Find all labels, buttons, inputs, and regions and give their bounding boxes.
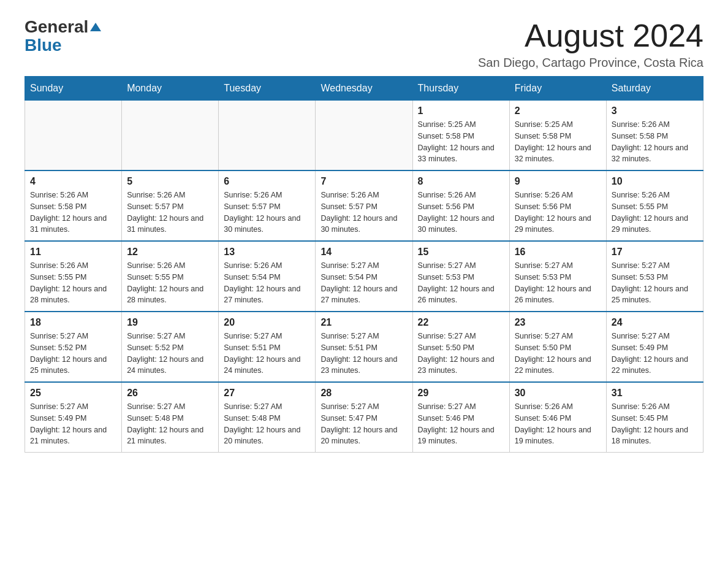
- calendar-week-row: 4Sunrise: 5:26 AMSunset: 5:58 PMDaylight…: [25, 170, 703, 241]
- calendar-week-row: 1Sunrise: 5:25 AMSunset: 5:58 PMDaylight…: [25, 101, 703, 171]
- title-section: August 2024 San Diego, Cartago Province,…: [478, 18, 703, 70]
- day-info: Sunrise: 5:27 AMSunset: 5:50 PMDaylight:…: [515, 331, 601, 377]
- day-info: Sunrise: 5:27 AMSunset: 5:47 PMDaylight:…: [320, 401, 407, 447]
- page-header: General Blue August 2024 San Diego, Cart…: [25, 18, 703, 70]
- day-number: 17: [612, 247, 698, 258]
- calendar-table: SundayMondayTuesdayWednesdayThursdayFrid…: [25, 76, 703, 453]
- day-info: Sunrise: 5:26 AMSunset: 5:46 PMDaylight:…: [515, 401, 601, 447]
- calendar-cell: 11Sunrise: 5:26 AMSunset: 5:55 PMDayligh…: [25, 241, 122, 312]
- calendar-cell: 26Sunrise: 5:27 AMSunset: 5:48 PMDayligh…: [122, 382, 219, 453]
- calendar-cell: 28Sunrise: 5:27 AMSunset: 5:47 PMDayligh…: [316, 382, 412, 453]
- day-number: 5: [127, 176, 213, 187]
- column-header-monday: Monday: [122, 77, 219, 101]
- day-info: Sunrise: 5:27 AMSunset: 5:53 PMDaylight:…: [515, 260, 601, 306]
- calendar-cell: 10Sunrise: 5:26 AMSunset: 5:55 PMDayligh…: [606, 170, 703, 241]
- calendar-cell: 12Sunrise: 5:26 AMSunset: 5:55 PMDayligh…: [122, 241, 219, 312]
- day-number: 21: [320, 317, 407, 328]
- day-number: 31: [612, 388, 698, 399]
- day-info: Sunrise: 5:26 AMSunset: 5:55 PMDaylight:…: [612, 190, 698, 236]
- day-info: Sunrise: 5:26 AMSunset: 5:45 PMDaylight:…: [612, 401, 698, 447]
- day-info: Sunrise: 5:27 AMSunset: 5:46 PMDaylight:…: [418, 401, 504, 447]
- calendar-cell: 19Sunrise: 5:27 AMSunset: 5:52 PMDayligh…: [122, 312, 219, 382]
- day-info: Sunrise: 5:26 AMSunset: 5:57 PMDaylight:…: [127, 190, 213, 236]
- calendar-cell: 27Sunrise: 5:27 AMSunset: 5:48 PMDayligh…: [219, 382, 316, 453]
- day-info: Sunrise: 5:27 AMSunset: 5:50 PMDaylight:…: [418, 331, 504, 377]
- day-number: 16: [515, 247, 601, 258]
- day-number: 11: [30, 247, 116, 258]
- calendar-cell: 20Sunrise: 5:27 AMSunset: 5:51 PMDayligh…: [219, 312, 316, 382]
- day-number: 3: [612, 105, 698, 117]
- day-info: Sunrise: 5:27 AMSunset: 5:49 PMDaylight:…: [30, 401, 116, 447]
- calendar-cell: 14Sunrise: 5:27 AMSunset: 5:54 PMDayligh…: [316, 241, 412, 312]
- calendar-cell: 7Sunrise: 5:26 AMSunset: 5:57 PMDaylight…: [316, 170, 412, 241]
- calendar-cell: 29Sunrise: 5:27 AMSunset: 5:46 PMDayligh…: [412, 382, 509, 453]
- calendar-cell: 9Sunrise: 5:26 AMSunset: 5:56 PMDaylight…: [509, 170, 606, 241]
- logo-blue: Blue: [25, 36, 62, 55]
- calendar-cell: 24Sunrise: 5:27 AMSunset: 5:49 PMDayligh…: [606, 312, 703, 382]
- calendar-cell: 5Sunrise: 5:26 AMSunset: 5:57 PMDaylight…: [122, 170, 219, 241]
- calendar-cell: 6Sunrise: 5:26 AMSunset: 5:57 PMDaylight…: [219, 170, 316, 241]
- calendar-cell: 18Sunrise: 5:27 AMSunset: 5:52 PMDayligh…: [25, 312, 122, 382]
- calendar-cell: 31Sunrise: 5:26 AMSunset: 5:45 PMDayligh…: [606, 382, 703, 453]
- calendar-cell: 15Sunrise: 5:27 AMSunset: 5:53 PMDayligh…: [412, 241, 509, 312]
- day-info: Sunrise: 5:27 AMSunset: 5:52 PMDaylight:…: [127, 331, 213, 377]
- day-number: 6: [224, 176, 310, 187]
- day-number: 14: [320, 247, 407, 258]
- day-number: 30: [515, 388, 601, 399]
- day-info: Sunrise: 5:26 AMSunset: 5:55 PMDaylight:…: [127, 260, 213, 306]
- calendar-week-row: 11Sunrise: 5:26 AMSunset: 5:55 PMDayligh…: [25, 241, 703, 312]
- day-info: Sunrise: 5:27 AMSunset: 5:54 PMDaylight:…: [320, 260, 407, 306]
- column-header-wednesday: Wednesday: [316, 77, 412, 101]
- day-info: Sunrise: 5:27 AMSunset: 5:53 PMDaylight:…: [612, 260, 698, 306]
- day-info: Sunrise: 5:25 AMSunset: 5:58 PMDaylight:…: [418, 119, 504, 165]
- day-info: Sunrise: 5:27 AMSunset: 5:52 PMDaylight:…: [30, 331, 116, 377]
- day-number: 28: [320, 388, 407, 399]
- day-info: Sunrise: 5:26 AMSunset: 5:56 PMDaylight:…: [418, 190, 504, 236]
- day-info: Sunrise: 5:26 AMSunset: 5:55 PMDaylight:…: [30, 260, 116, 306]
- day-number: 24: [612, 317, 698, 328]
- calendar-cell: 13Sunrise: 5:26 AMSunset: 5:54 PMDayligh…: [219, 241, 316, 312]
- calendar-cell: [316, 101, 412, 171]
- calendar-cell: 2Sunrise: 5:25 AMSunset: 5:58 PMDaylight…: [509, 101, 606, 171]
- day-info: Sunrise: 5:26 AMSunset: 5:57 PMDaylight:…: [320, 190, 407, 236]
- day-number: 9: [515, 176, 601, 187]
- calendar-cell: 22Sunrise: 5:27 AMSunset: 5:50 PMDayligh…: [412, 312, 509, 382]
- calendar-cell: [122, 101, 219, 171]
- column-header-friday: Friday: [509, 77, 606, 101]
- calendar-cell: 4Sunrise: 5:26 AMSunset: 5:58 PMDaylight…: [25, 170, 122, 241]
- day-info: Sunrise: 5:27 AMSunset: 5:48 PMDaylight:…: [127, 401, 213, 447]
- calendar-cell: 21Sunrise: 5:27 AMSunset: 5:51 PMDayligh…: [316, 312, 412, 382]
- calendar-cell: 25Sunrise: 5:27 AMSunset: 5:49 PMDayligh…: [25, 382, 122, 453]
- day-number: 10: [612, 176, 698, 187]
- calendar-cell: 1Sunrise: 5:25 AMSunset: 5:58 PMDaylight…: [412, 101, 509, 171]
- calendar-header-row: SundayMondayTuesdayWednesdayThursdayFrid…: [25, 77, 703, 101]
- calendar-cell: 3Sunrise: 5:26 AMSunset: 5:58 PMDaylight…: [606, 101, 703, 171]
- column-header-tuesday: Tuesday: [219, 77, 316, 101]
- day-number: 29: [418, 388, 504, 399]
- column-header-saturday: Saturday: [606, 77, 703, 101]
- column-header-sunday: Sunday: [25, 77, 122, 101]
- day-info: Sunrise: 5:26 AMSunset: 5:58 PMDaylight:…: [612, 119, 698, 165]
- calendar-cell: 23Sunrise: 5:27 AMSunset: 5:50 PMDayligh…: [509, 312, 606, 382]
- day-number: 7: [320, 176, 407, 187]
- day-info: Sunrise: 5:27 AMSunset: 5:48 PMDaylight:…: [224, 401, 310, 447]
- day-number: 8: [418, 176, 504, 187]
- day-info: Sunrise: 5:25 AMSunset: 5:58 PMDaylight:…: [515, 119, 601, 165]
- logo: General Blue: [25, 18, 101, 55]
- day-number: 20: [224, 317, 310, 328]
- calendar-week-row: 18Sunrise: 5:27 AMSunset: 5:52 PMDayligh…: [25, 312, 703, 382]
- day-info: Sunrise: 5:27 AMSunset: 5:51 PMDaylight:…: [320, 331, 407, 377]
- day-number: 1: [418, 105, 504, 117]
- day-info: Sunrise: 5:26 AMSunset: 5:58 PMDaylight:…: [30, 190, 116, 236]
- day-number: 18: [30, 317, 116, 328]
- calendar-cell: 30Sunrise: 5:26 AMSunset: 5:46 PMDayligh…: [509, 382, 606, 453]
- day-info: Sunrise: 5:26 AMSunset: 5:54 PMDaylight:…: [224, 260, 310, 306]
- day-number: 26: [127, 388, 213, 399]
- column-header-thursday: Thursday: [412, 77, 509, 101]
- day-number: 2: [515, 105, 601, 117]
- day-info: Sunrise: 5:27 AMSunset: 5:49 PMDaylight:…: [612, 331, 698, 377]
- calendar-cell: 16Sunrise: 5:27 AMSunset: 5:53 PMDayligh…: [509, 241, 606, 312]
- logo-general: General: [25, 18, 101, 36]
- day-info: Sunrise: 5:26 AMSunset: 5:56 PMDaylight:…: [515, 190, 601, 236]
- calendar-cell: [25, 101, 122, 171]
